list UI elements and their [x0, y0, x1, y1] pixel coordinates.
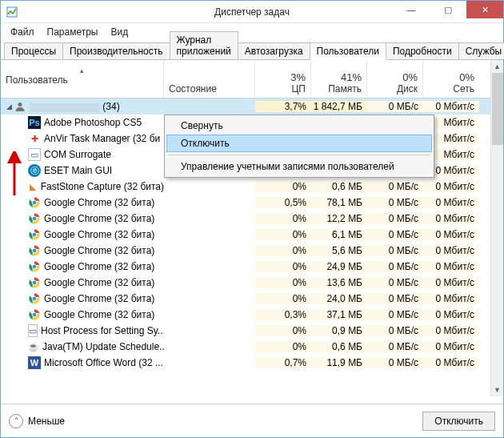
table-area: ▴ Пользователь Состояние 3% ЦП 41% Памят…	[1, 60, 503, 396]
process-name: Microsoft Office Word (32 ...	[44, 357, 163, 368]
user-disk: 0 МБ/с	[367, 101, 423, 112]
col-mem-pct: 41%	[341, 71, 362, 83]
col-disk[interactable]: 0% Диск	[367, 60, 423, 98]
process-net: 0 Мбит/с	[423, 309, 479, 320]
tab-processes[interactable]: Процессы	[4, 42, 63, 59]
process-disk: 0 МБ/с	[367, 229, 423, 240]
svg-point-7	[33, 217, 37, 221]
tab-app-history[interactable]: Журнал приложений	[170, 31, 238, 59]
process-row[interactable]: ☕Java(TM) Update Schedule...0%0,6 МБ0 МБ…	[1, 339, 503, 355]
process-name: Adobe Photoshop CS5	[44, 117, 142, 128]
minimize-button[interactable]: —	[393, 1, 430, 18]
tab-bar: Процессы Производительность Журнал прило…	[1, 41, 503, 60]
svg-point-19	[33, 281, 37, 285]
col-name-label: Пользователь	[6, 74, 158, 86]
photoshop-icon: Ps	[28, 116, 41, 129]
process-mem: 0,9 МБ	[311, 325, 367, 336]
tab-performance[interactable]: Производительность	[62, 42, 170, 59]
process-name: Google Chrome (32 бита)	[44, 213, 154, 224]
process-cpu: 0,5%	[255, 197, 311, 208]
user-cpu: 3,7%	[255, 101, 311, 112]
context-manage-accounts[interactable]: Управление учетными записями пользовател…	[166, 158, 432, 175]
process-cpu: 0%	[255, 245, 311, 256]
anvir-icon: ✚	[28, 132, 41, 145]
col-cpu[interactable]: 3% ЦП	[255, 60, 311, 98]
context-collapse[interactable]: Свернуть	[166, 117, 432, 135]
process-name: Google Chrome (32 бита)	[44, 229, 154, 240]
process-mem: 24,0 МБ	[311, 293, 367, 304]
context-menu: Свернуть Отключить Управление учетными з…	[164, 115, 434, 178]
process-disk: 0 МБ/с	[367, 293, 423, 304]
process-row[interactable]: Google Chrome (32 бита)0%12,2 МБ0 МБ/с0 …	[1, 211, 503, 227]
menu-view[interactable]: Вид	[106, 25, 133, 39]
chrome-icon	[28, 244, 41, 257]
svg-point-4	[33, 201, 37, 205]
fewer-details-button[interactable]: ˄ Меньше	[9, 414, 65, 428]
chrome-icon	[28, 276, 41, 289]
process-cpu: 0%	[255, 261, 311, 272]
tab-details[interactable]: Подробности	[386, 42, 459, 59]
chrome-icon	[28, 196, 41, 209]
task-manager-window: Диспетчер задач — ▢ ✕ Файл Параметры Вид…	[0, 0, 504, 438]
process-net: 0 Мбит/с	[423, 293, 479, 304]
process-row[interactable]: Google Chrome (32 бита)0,3%37,1 МБ0 МБ/с…	[1, 307, 503, 323]
process-mem: 6,1 МБ	[311, 229, 367, 240]
process-cpu: 0%	[255, 341, 311, 352]
process-net: 0 Мбит/с	[423, 261, 479, 272]
col-state[interactable]: Состояние	[164, 60, 255, 98]
svg-point-16	[33, 265, 37, 269]
scroll-up-icon[interactable]: ▲	[491, 60, 503, 73]
process-row[interactable]: ◣FastStone Capture (32 бита)0%0,6 МБ0 МБ…	[1, 179, 503, 195]
chrome-icon	[28, 228, 41, 241]
process-name: Google Chrome (32 бита)	[44, 309, 154, 320]
context-disconnect[interactable]: Отключить	[166, 135, 432, 152]
process-name: FastStone Capture (32 бита)	[41, 181, 164, 192]
process-mem: 11,9 МБ	[311, 357, 367, 368]
scroll-thumb[interactable]	[492, 73, 503, 145]
maximize-button[interactable]: ▢	[430, 1, 466, 18]
process-disk: 0 МБ/с	[367, 341, 423, 352]
process-net: 0 Мбит/с	[423, 245, 479, 256]
process-name: AnVir Task Manager (32 би	[44, 133, 160, 144]
process-disk: 0 МБ/с	[367, 357, 423, 368]
process-name: Java(TM) Update Schedule...	[42, 341, 164, 352]
process-disk: 0 МБ/с	[367, 325, 423, 336]
col-mem[interactable]: 41% Память	[311, 60, 367, 98]
process-row[interactable]: WMicrosoft Office Word (32 ...0,7%11,9 М…	[1, 355, 503, 371]
col-net[interactable]: 0% Сеть	[423, 60, 479, 98]
annotation-arrow-icon	[6, 151, 23, 199]
user-name-redacted	[30, 103, 100, 112]
word-icon: W	[28, 356, 41, 369]
disconnect-button[interactable]: Отключить	[422, 412, 495, 431]
menu-file[interactable]: Файл	[6, 25, 39, 39]
java-icon: ☕	[28, 340, 39, 353]
process-cpu: 0%	[255, 277, 311, 288]
collapse-toggle-icon[interactable]: ◢	[4, 102, 14, 111]
process-row[interactable]: Google Chrome (32 бита)0%24,0 МБ0 МБ/с0 …	[1, 291, 503, 307]
process-row[interactable]: Google Chrome (32 бита)0%5,6 МБ0 МБ/с0 М…	[1, 243, 503, 259]
menu-options[interactable]: Параметры	[42, 25, 103, 39]
user-row[interactable]: ◢ (34) 3,7% 1 842,7 МБ 0 МБ/с 0 Мбит/с	[1, 98, 503, 115]
process-name: Google Chrome (32 бита)	[44, 277, 154, 288]
scroll-down-icon[interactable]: ▼	[491, 384, 503, 396]
tab-startup[interactable]: Автозагрузка	[238, 42, 310, 59]
col-mem-label: Память	[328, 83, 362, 94]
process-row[interactable]: Google Chrome (32 бита)0%6,1 МБ0 МБ/с0 М…	[1, 227, 503, 243]
col-name[interactable]: ▴ Пользователь	[1, 60, 164, 98]
process-row[interactable]: ▭Host Process for Setting Sy...0%0,9 МБ0…	[1, 323, 503, 339]
process-cpu: 0%	[255, 181, 311, 192]
process-row[interactable]: Google Chrome (32 бита)0%13,6 МБ0 МБ/с0 …	[1, 275, 503, 291]
vertical-scrollbar[interactable]: ▲ ▼	[490, 60, 503, 396]
process-cpu: 0%	[255, 213, 311, 224]
process-row[interactable]: Google Chrome (32 бита)0,5%78,1 МБ0 МБ/с…	[1, 195, 503, 211]
col-disk-label: Диск	[397, 83, 418, 94]
svg-point-13	[33, 249, 37, 253]
process-mem: 24,9 МБ	[311, 261, 367, 272]
window-controls: — ▢ ✕	[393, 1, 503, 18]
tab-users[interactable]: Пользователи	[310, 42, 386, 60]
process-net: 0 Мбит/с	[423, 357, 479, 368]
close-button[interactable]: ✕	[466, 1, 503, 18]
process-net: 0 Мбит/с	[423, 341, 479, 352]
process-row[interactable]: Google Chrome (32 бита)0%24,9 МБ0 МБ/с0 …	[1, 259, 503, 275]
tab-services[interactable]: Службы	[458, 42, 504, 59]
